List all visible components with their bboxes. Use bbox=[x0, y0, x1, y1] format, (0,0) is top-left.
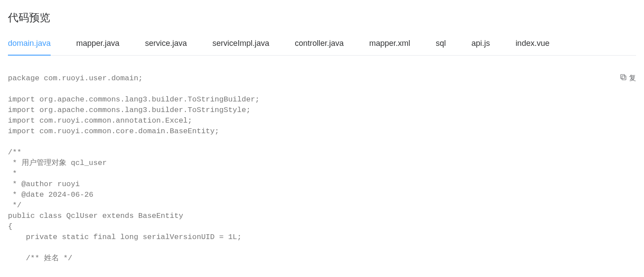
tab-index-vue[interactable]: index.vue bbox=[515, 39, 549, 55]
tab-controller-java[interactable]: controller.java bbox=[295, 39, 344, 55]
tab-api-js[interactable]: api.js bbox=[471, 39, 490, 55]
tab-service-java[interactable]: service.java bbox=[145, 39, 187, 55]
tab-mapper-xml[interactable]: mapper.xml bbox=[369, 39, 410, 55]
tabs-bar: domain.java mapper.java service.java ser… bbox=[8, 39, 636, 56]
svg-rect-1 bbox=[621, 75, 625, 79]
copy-icon bbox=[619, 73, 627, 83]
code-content: package com.ruoyi.user.domain; import or… bbox=[8, 73, 636, 264]
code-area: 复 package com.ruoyi.user.domain; import … bbox=[8, 56, 636, 264]
page-title: 代码预览 bbox=[8, 0, 636, 39]
svg-rect-0 bbox=[622, 76, 626, 80]
tab-domain-java[interactable]: domain.java bbox=[8, 39, 51, 55]
copy-label: 复 bbox=[629, 74, 636, 83]
tab-mapper-java[interactable]: mapper.java bbox=[76, 39, 119, 55]
tab-sql[interactable]: sql bbox=[436, 39, 446, 55]
copy-button[interactable]: 复 bbox=[619, 73, 636, 83]
tab-serviceimpl-java[interactable]: serviceImpl.java bbox=[212, 39, 269, 55]
